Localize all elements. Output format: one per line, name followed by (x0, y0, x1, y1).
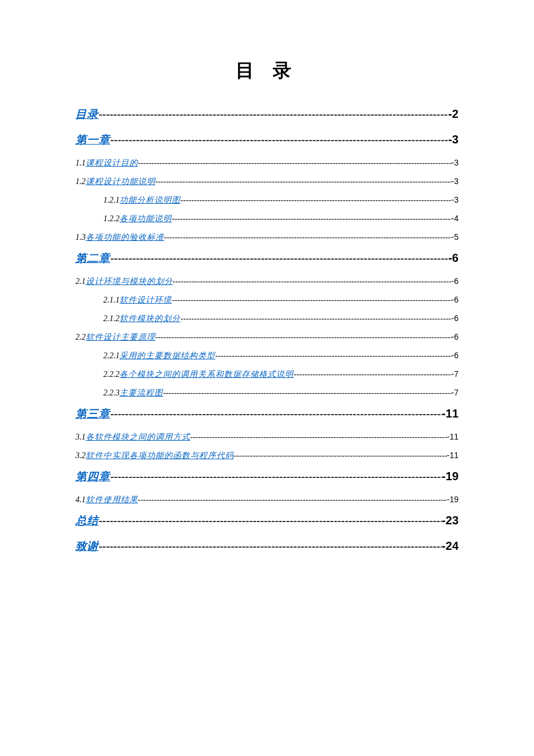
toc-entry: 2.1.2 软件模块的划分-6 (75, 314, 459, 324)
toc-link[interactable]: 主要流程图 (120, 388, 163, 398)
toc-page-number: -23 (442, 514, 459, 527)
toc-leader (190, 433, 447, 442)
toc-link[interactable]: 软件中实现各项功能的函数与程序代码 (86, 451, 234, 461)
toc-entry: 1.2.2 各项功能说明-4 (75, 214, 459, 224)
toc-leader (99, 108, 448, 121)
toc-prefix: 1.2.2 (103, 214, 120, 224)
toc-link[interactable]: 设计环境与模块的划分 (86, 276, 173, 287)
toc-link[interactable]: 第三章 (75, 406, 110, 422)
toc-link[interactable]: 课程设计目的 (86, 158, 138, 168)
toc-leader (294, 370, 452, 379)
toc-entry: 2.1 设计环境与模块的划分-6 (75, 276, 459, 287)
toc-page-number: -3 (452, 177, 459, 186)
toc-entry: 第三章-11 (75, 406, 459, 422)
toc-page-number: -19 (442, 470, 459, 483)
toc-link[interactable]: 功能分析说明图 (120, 195, 181, 206)
toc-prefix: 2.1.2 (103, 314, 120, 323)
toc-leader (99, 540, 442, 553)
toc-link[interactable]: 目录 (75, 107, 99, 122)
toc-prefix: 4.1 (75, 495, 86, 505)
toc-page-number: -3 (448, 133, 459, 146)
toc-entry: 2.2.3 主要流程图-7 (75, 388, 459, 398)
toc-entry: 第四章-19 (75, 469, 459, 484)
toc-prefix: 1.2 (75, 177, 86, 186)
toc-page-number: -7 (452, 369, 459, 379)
toc-link[interactable]: 软件模块的划分 (120, 314, 181, 324)
toc-prefix: 2.2 (75, 333, 86, 342)
toc-link[interactable]: 第四章 (75, 469, 110, 484)
toc-page-number: -6 (452, 295, 459, 304)
toc-entry: 4.1 软件使用结果-19 (75, 495, 459, 505)
toc-link[interactable]: 采用的主要数据结构类型 (120, 351, 215, 361)
toc-leader (138, 495, 447, 505)
toc-leader (164, 233, 452, 242)
toc-page-number: -6 (452, 351, 459, 360)
toc-page-number: -6 (448, 251, 459, 265)
toc-entry: 3.1 各软件模块之间的调用方式-11 (75, 432, 459, 442)
toc-page-number: -7 (452, 388, 459, 397)
toc-leader (99, 514, 442, 527)
toc-page-number: -2 (448, 107, 459, 121)
page-title: 目 录 (75, 58, 459, 84)
toc-page-number: -11 (447, 451, 459, 460)
toc-leader (156, 177, 452, 186)
toc-link[interactable]: 第一章 (75, 132, 110, 147)
toc-entry: 1.1 课程设计目的-3 (75, 158, 459, 168)
toc-page-number: -6 (452, 332, 459, 341)
toc-entry: 1.3 各项功能的验收标准-5 (75, 232, 459, 243)
toc-entry: 第一章-3 (75, 132, 459, 147)
toc-prefix: 2.2.1 (103, 351, 120, 361)
toc-link[interactable]: 致谢 (75, 539, 99, 554)
toc-page-number: -3 (452, 158, 459, 167)
toc-prefix: 2.2.2 (103, 370, 120, 379)
toc-leader (163, 388, 452, 398)
toc-link[interactable]: 各项功能的验收标准 (86, 232, 164, 243)
toc-link[interactable]: 各软件模块之间的调用方式 (86, 432, 190, 442)
toc-leader (181, 196, 452, 205)
toc-page-number: -11 (447, 432, 459, 441)
toc-link[interactable]: 各项功能说明 (120, 214, 172, 224)
toc-page-number: -4 (452, 214, 459, 223)
toc-entry: 致谢-24 (75, 539, 459, 554)
toc-link[interactable]: 软件设计环境 (120, 295, 172, 305)
toc-prefix: 1.2.1 (103, 196, 120, 205)
toc-link[interactable]: 软件设计主要原理 (86, 332, 156, 343)
toc-entry: 2.2 软件设计主要原理-6 (75, 332, 459, 343)
toc-prefix: 3.2 (75, 451, 86, 460)
toc-leader (181, 314, 452, 323)
toc-link[interactable]: 软件使用结果 (86, 495, 138, 505)
toc-leader (173, 277, 452, 286)
toc-page-number: -5 (452, 232, 459, 242)
toc-link[interactable]: 各个模块之间的调用关系和数据存储格式说明 (120, 369, 294, 380)
toc-leader (110, 470, 442, 483)
toc-leader (110, 408, 442, 420)
toc-entry: 第二章-6 (75, 251, 459, 266)
toc-prefix: 2.2.3 (103, 388, 120, 398)
toc-leader (138, 159, 452, 168)
toc-leader (234, 451, 447, 460)
toc-page-number: -6 (452, 314, 459, 323)
toc-entry: 2.2.2 各个模块之间的调用关系和数据存储格式说明-7 (75, 369, 459, 380)
toc-prefix: 1.3 (75, 233, 86, 242)
table-of-contents: 目录-2第一章-31.1 课程设计目的-31.2 课程设计功能说明-31.2.1… (75, 107, 459, 554)
toc-page-number: -19 (447, 495, 459, 504)
toc-link[interactable]: 第二章 (75, 251, 110, 266)
toc-entry: 2.1.1 软件设计环境-6 (75, 295, 459, 305)
toc-prefix: 2.1 (75, 277, 86, 286)
toc-page-number: -11 (442, 407, 459, 420)
toc-entry: 2.2.1 采用的主要数据结构类型-6 (75, 351, 459, 361)
toc-prefix: 1.1 (75, 159, 86, 168)
toc-link[interactable]: 总结 (75, 513, 99, 528)
toc-entry: 目录-2 (75, 107, 459, 122)
toc-entry: 3.2 软件中实现各项功能的函数与程序代码-11 (75, 451, 459, 461)
toc-entry: 1.2.1 功能分析说明图-3 (75, 195, 459, 206)
toc-link[interactable]: 课程设计功能说明 (86, 177, 156, 187)
toc-entry: 1.2 课程设计功能说明-3 (75, 177, 459, 187)
toc-prefix: 2.1.1 (103, 296, 120, 305)
toc-page-number: -24 (442, 539, 459, 553)
toc-leader (156, 333, 452, 342)
toc-leader (172, 296, 452, 305)
toc-page-number: -6 (452, 276, 459, 286)
toc-leader (215, 351, 452, 361)
toc-leader (110, 252, 448, 265)
